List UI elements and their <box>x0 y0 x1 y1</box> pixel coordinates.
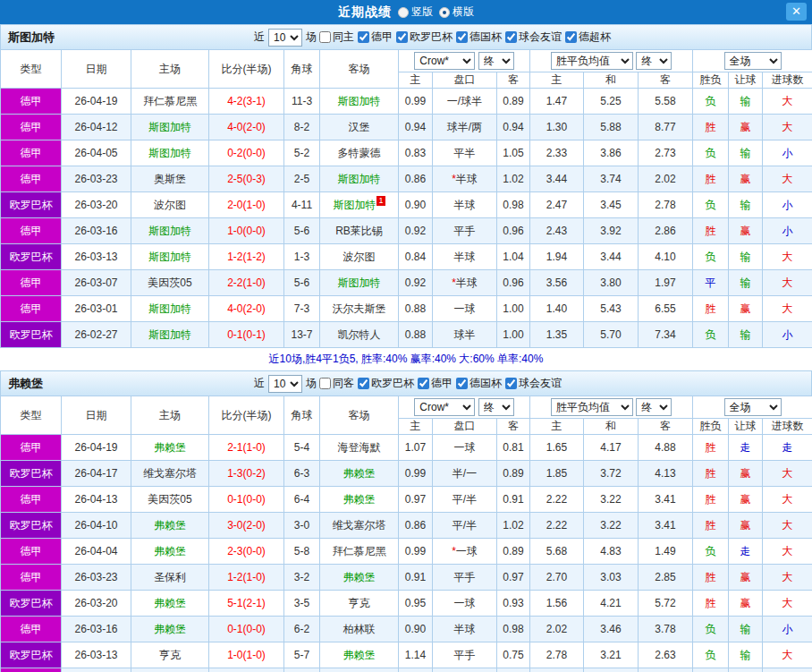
scope-select[interactable]: 全场 <box>724 52 782 70</box>
avg-odds-select[interactable]: 胜平负均值 <box>551 52 633 70</box>
league-checkbox-input[interactable] <box>396 31 408 43</box>
avg-odds-select[interactable]: 胜平负均值 <box>551 398 633 416</box>
odds-company-select[interactable]: Crow* <box>414 398 475 416</box>
away-odds: 0.91 <box>497 487 530 513</box>
avg-final-select[interactable]: 终 <box>636 398 672 416</box>
result-handicap: 输 <box>729 140 763 166</box>
odds-final-select[interactable]: 终 <box>478 52 514 70</box>
handicap: *一球 <box>433 539 497 565</box>
league-checkbox[interactable]: 欧罗巴杯 <box>355 376 414 391</box>
avg-home: 1.56 <box>530 591 584 617</box>
league-checkbox[interactable]: 德超杯 <box>562 30 611 45</box>
col-score: 比分(半场) <box>209 396 284 435</box>
result-goals: 小 <box>763 192 812 218</box>
avg-away: 7.34 <box>639 322 693 348</box>
league-checkbox-input[interactable] <box>505 31 517 43</box>
score: 0-2(0-0) <box>209 140 284 166</box>
league-checkbox[interactable]: 球会友谊 <box>503 376 562 391</box>
near-label: 近 <box>254 30 265 45</box>
scope-select[interactable]: 全场 <box>724 398 782 416</box>
avg-away: 8.77 <box>639 115 693 140</box>
avg-draw: 5.88 <box>584 115 639 140</box>
result-winlose: 胜 <box>693 461 729 487</box>
league-checkbox-input[interactable] <box>358 378 369 389</box>
home-odds: 0.90 <box>399 617 433 642</box>
handicap: 平/半 <box>433 513 497 539</box>
odds-final-select[interactable]: 终 <box>478 398 514 416</box>
league-badge: 欧罗巴杯 <box>1 513 62 539</box>
league-checkbox[interactable]: 德国杯 <box>453 30 502 45</box>
match-count-select[interactable]: 10 <box>268 375 302 393</box>
league-checkbox[interactable]: 德国杯 <box>453 376 502 391</box>
subcol-handicap-result: 让球 <box>729 419 763 435</box>
league-checkbox-input[interactable] <box>505 378 517 389</box>
avg-home: 1.35 <box>530 322 584 348</box>
score: 2-2(1-0) <box>209 270 284 296</box>
league-checkbox-input[interactable] <box>565 31 577 43</box>
scope-header-cell: 全场 <box>693 396 812 419</box>
match-date: 26-03-01 <box>62 296 131 322</box>
result-handicap: 输 <box>729 192 763 218</box>
handicap: 平手 <box>433 218 497 244</box>
league-checkbox[interactable]: 球会友谊 <box>503 30 562 45</box>
score: 1-2(1-2) <box>209 244 284 270</box>
league-checkbox-input[interactable] <box>456 31 468 43</box>
home-odds: 0.85 <box>399 668 433 672</box>
radio-icon[interactable] <box>398 7 409 18</box>
avg-home: 2.97 <box>530 668 584 672</box>
away-odds: 0.81 <box>497 435 530 461</box>
avg-away: 1.97 <box>639 270 693 296</box>
orientation-radio-horizontal[interactable]: 横版 <box>439 4 474 20</box>
league-checkbox-input[interactable] <box>358 31 369 43</box>
same-venue-checkbox-input[interactable] <box>319 31 331 43</box>
subcol-handicap-result: 让球 <box>729 72 763 89</box>
same-venue-checkbox[interactable]: 同客 <box>317 376 354 391</box>
league-badge: 德甲 <box>1 140 62 166</box>
avg-home: 2.22 <box>530 487 584 513</box>
away-team: 斯图加特 <box>320 166 399 192</box>
away-team: 凯尔特人 <box>320 322 399 348</box>
home-odds: 0.88 <box>399 322 433 348</box>
home-odds: 0.99 <box>399 539 433 565</box>
result-winlose: 胜 <box>693 166 729 192</box>
match-row: 德甲26-04-12斯图加特4-0(2-0)8-2汉堡0.94球半/两0.941… <box>1 115 812 140</box>
section-header-freiburg: 弗赖堡 近 10 场 同客 欧罗巴杯德甲德国杯球会友谊 <box>0 370 812 396</box>
away-team: 斯图加特 <box>320 89 399 115</box>
match-row: 欧罗巴杯26-03-13斯图加特1-2(1-2)1-3波尔图0.84半球1.04… <box>1 244 812 270</box>
subcol-avg-home: 主 <box>530 72 584 89</box>
avg-draw: 3.92 <box>584 218 639 244</box>
league-checkbox-input[interactable] <box>456 378 468 389</box>
same-venue-checkbox-input[interactable] <box>319 378 331 389</box>
avg-draw: 3.74 <box>584 166 639 192</box>
match-count-select[interactable]: 10 <box>268 29 302 47</box>
away-team: 汉堡 <box>320 115 399 140</box>
match-row: 德甲26-03-07美因茨052-2(1-0)5-6斯图加特0.92*半球0.9… <box>1 270 812 296</box>
league-checkbox[interactable]: 欧罗巴杯 <box>393 30 453 45</box>
away-team: 维戈塞尔塔 <box>320 513 399 539</box>
match-row: 德甲26-03-23圣保利1-2(1-0)3-2弗赖堡0.91平手0.972.7… <box>1 565 812 591</box>
handicap: 一球 <box>433 296 497 322</box>
league-checkbox[interactable]: 德甲 <box>355 30 393 45</box>
avg-draw: 3.22 <box>584 513 639 539</box>
league-badge: 德甲 <box>1 296 62 322</box>
orientation-radio-vertical[interactable]: 竖版 <box>398 4 433 20</box>
handicap: 球半/两 <box>433 115 497 140</box>
result-winlose: 负 <box>693 244 729 270</box>
away-team: 海登海默 <box>320 435 399 461</box>
filter-bar: 近 10 场 同主 德甲欧罗巴杯德国杯球会友谊德超杯 <box>254 25 612 49</box>
odds-company-select[interactable]: Crow* <box>414 52 475 70</box>
handicap: 半/一 <box>433 461 497 487</box>
league-checkbox-label: 德甲 <box>371 30 393 45</box>
same-venue-checkbox[interactable]: 同主 <box>317 30 354 45</box>
avg-draw: 3.46 <box>584 617 639 642</box>
avg-final-select[interactable]: 终 <box>636 52 672 70</box>
result-handicap: 赢 <box>729 487 763 513</box>
radio-selected-icon[interactable] <box>439 7 450 18</box>
result-handicap: 赢 <box>729 115 763 140</box>
close-button[interactable]: ✕ <box>786 3 807 21</box>
league-checkbox-input[interactable] <box>418 378 429 389</box>
result-handicap: 赢 <box>729 296 763 322</box>
league-checkbox[interactable]: 德甲 <box>415 376 453 391</box>
away-team: 斯图加特1 <box>320 192 399 218</box>
avg-away: 5.72 <box>639 591 693 617</box>
